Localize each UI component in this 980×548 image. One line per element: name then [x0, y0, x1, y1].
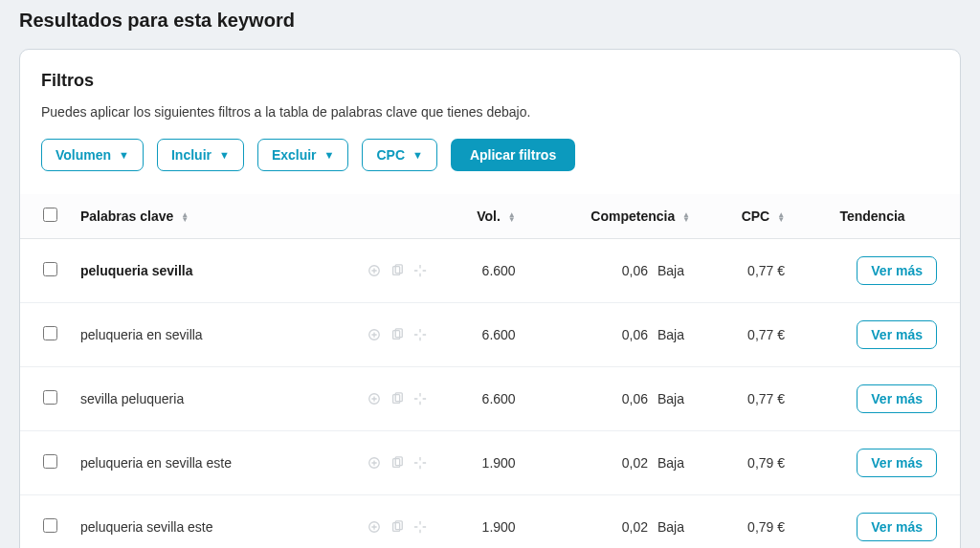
comp-label: Baja [657, 327, 690, 342]
column-tendencia: Tendencia [796, 194, 960, 239]
sparkle-icon[interactable] [412, 455, 428, 471]
sort-icon: ▲▼ [181, 212, 189, 222]
cpc-cell: 0,79 € [702, 495, 796, 549]
table-row: peluqueria sevilla6.6000,06Baja0,77 €Ver… [20, 239, 960, 303]
filter-volumen-button[interactable]: Volumen ▼ [41, 139, 144, 171]
table-row: peluqueria en sevilla este1.9000,02Baja0… [20, 431, 960, 495]
comp-label: Baja [657, 391, 690, 406]
column-competencia[interactable]: Competencia ▲▼ [527, 194, 702, 239]
table-row: sevilla peluqueria6.6000,06Baja0,77 €Ver… [20, 367, 960, 431]
vol-cell: 6.600 [439, 239, 527, 303]
filter-excluir-label: Excluir [272, 147, 317, 163]
keyword-text: peluqueria sevilla este [80, 519, 213, 535]
add-icon[interactable] [367, 263, 382, 278]
select-all-header [20, 194, 69, 239]
cpc-cell: 0,79 € [702, 431, 796, 495]
page-title: Resultados para esta keyword [19, 10, 961, 32]
filter-incluir-label: Incluir [171, 147, 212, 163]
cpc-cell: 0,77 € [702, 303, 796, 367]
filter-cpc-button[interactable]: CPC ▼ [362, 139, 436, 171]
chevron-down-icon: ▼ [119, 149, 129, 161]
filter-cpc-label: CPC [376, 147, 405, 163]
add-icon[interactable] [367, 327, 382, 342]
comp-label: Baja [657, 263, 690, 278]
filters-description: Puedes aplicar los siguientes filtros a … [41, 104, 939, 120]
column-cpc[interactable]: CPC ▲▼ [702, 194, 796, 239]
copy-icon[interactable] [390, 519, 405, 535]
keyword-text: sevilla peluqueria [80, 391, 184, 406]
row-checkbox[interactable] [43, 390, 57, 405]
ver-mas-button[interactable]: Ver más [857, 384, 937, 413]
keyword-text: peluqueria sevilla [80, 263, 193, 278]
comp-value: 0,06 [622, 391, 648, 406]
table-row: peluqueria sevilla este1.9000,02Baja0,79… [20, 495, 960, 549]
filter-excluir-button[interactable]: Excluir ▼ [257, 139, 349, 171]
vol-cell: 1.900 [439, 495, 527, 549]
add-icon[interactable] [367, 455, 382, 471]
ver-mas-button[interactable]: Ver más [857, 513, 937, 541]
column-keyword-label: Palabras clave [80, 208, 173, 224]
ver-mas-button[interactable]: Ver más [857, 256, 937, 285]
row-actions [367, 327, 428, 342]
comp-cell: 0,06Baja [527, 239, 702, 303]
comp-value: 0,02 [622, 519, 648, 535]
comp-label: Baja [657, 455, 690, 471]
filters-card: Filtros Puedes aplicar los siguientes fi… [19, 49, 961, 548]
row-actions [367, 391, 428, 406]
vol-cell: 6.600 [439, 303, 527, 367]
vol-cell: 6.600 [439, 367, 527, 431]
vol-cell: 1.900 [439, 431, 527, 495]
column-competencia-label: Competencia [590, 208, 675, 224]
copy-icon[interactable] [390, 327, 405, 342]
keyword-text: peluqueria en sevilla [80, 327, 203, 342]
sparkle-icon[interactable] [412, 327, 428, 342]
column-vol[interactable]: Vol. ▲▼ [439, 194, 527, 239]
sort-icon: ▲▼ [508, 212, 516, 222]
chevron-down-icon: ▼ [219, 149, 230, 161]
comp-cell: 0,06Baja [527, 367, 702, 431]
row-checkbox[interactable] [43, 326, 57, 340]
row-checkbox[interactable] [43, 262, 57, 276]
chevron-down-icon: ▼ [324, 149, 335, 161]
cpc-cell: 0,77 € [702, 239, 796, 303]
copy-icon[interactable] [390, 263, 405, 278]
row-actions [367, 263, 428, 278]
add-icon[interactable] [367, 391, 382, 406]
comp-value: 0,06 [622, 327, 648, 342]
keywords-table: Palabras clave ▲▼ Vol. ▲▼ Competencia ▲▼… [20, 194, 960, 548]
row-checkbox[interactable] [43, 518, 57, 533]
comp-label: Baja [657, 519, 690, 535]
column-cpc-label: CPC [742, 208, 770, 224]
table-row: peluqueria en sevilla6.6000,06Baja0,77 €… [20, 303, 960, 367]
comp-value: 0,02 [622, 455, 648, 471]
apply-filters-button[interactable]: Aplicar filtros [451, 139, 575, 171]
sparkle-icon[interactable] [412, 391, 428, 406]
cpc-cell: 0,77 € [702, 367, 796, 431]
comp-value: 0,06 [622, 263, 648, 278]
column-keyword[interactable]: Palabras clave ▲▼ [69, 194, 439, 239]
filter-incluir-button[interactable]: Incluir ▼ [157, 139, 244, 171]
ver-mas-button[interactable]: Ver más [857, 449, 937, 477]
keyword-text: peluqueria en sevilla este [80, 455, 232, 471]
row-checkbox[interactable] [43, 454, 57, 469]
comp-cell: 0,02Baja [527, 495, 702, 549]
chevron-down-icon: ▼ [412, 149, 423, 161]
column-tendencia-label: Tendencia [839, 208, 904, 224]
sort-icon: ▲▼ [682, 212, 690, 222]
comp-cell: 0,06Baja [527, 303, 702, 367]
copy-icon[interactable] [390, 455, 405, 471]
select-all-checkbox[interactable] [43, 208, 57, 222]
column-vol-label: Vol. [477, 208, 501, 224]
add-icon[interactable] [367, 519, 382, 535]
row-actions [367, 455, 428, 471]
filters-heading: Filtros [41, 71, 939, 91]
sparkle-icon[interactable] [412, 263, 428, 278]
filter-row: Volumen ▼ Incluir ▼ Excluir ▼ CPC ▼ Apli… [41, 139, 939, 171]
comp-cell: 0,02Baja [527, 431, 702, 495]
ver-mas-button[interactable]: Ver más [857, 320, 937, 349]
filter-volumen-label: Volumen [56, 147, 111, 163]
sort-icon: ▲▼ [777, 212, 785, 222]
sparkle-icon[interactable] [412, 519, 428, 535]
row-actions [367, 519, 428, 535]
copy-icon[interactable] [390, 391, 405, 406]
